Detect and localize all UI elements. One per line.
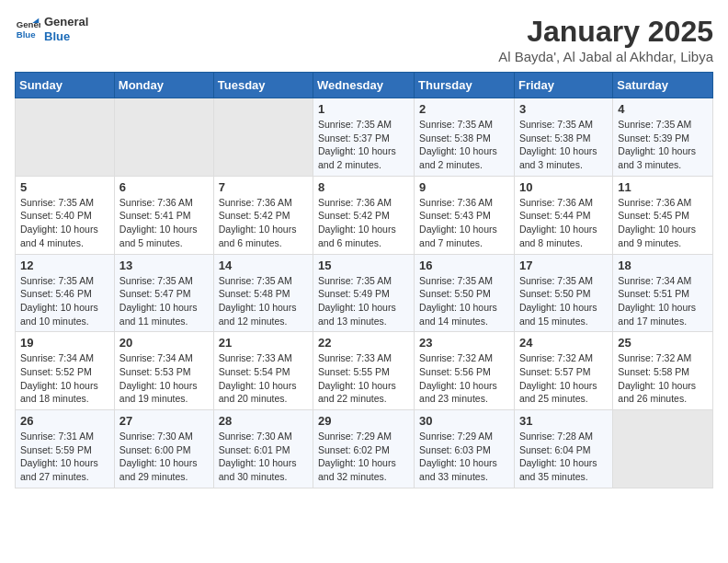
day-cell: 13Sunrise: 7:35 AMSunset: 5:47 PMDayligh… — [114, 254, 213, 332]
day-info: Sunrise: 7:32 AMSunset: 5:58 PMDaylight:… — [618, 351, 708, 406]
day-info: Sunrise: 7:35 AMSunset: 5:47 PMDaylight:… — [119, 274, 209, 328]
day-cell: 15Sunrise: 7:35 AMSunset: 5:49 PMDayligh… — [313, 254, 415, 332]
day-cell — [213, 98, 313, 177]
day-number: 9 — [419, 180, 509, 194]
week-row-2: 5Sunrise: 7:35 AMSunset: 5:40 PMDaylight… — [16, 176, 713, 254]
title-section: January 2025 Al Bayda', Al Jabal al Akhd… — [498, 15, 713, 64]
svg-text:Blue: Blue — [17, 29, 36, 39]
day-number: 31 — [519, 414, 608, 428]
day-cell: 7Sunrise: 7:36 AMSunset: 5:42 PMDaylight… — [213, 176, 313, 254]
header-cell-sunday: Sunday — [16, 73, 115, 98]
day-cell: 14Sunrise: 7:35 AMSunset: 5:48 PMDayligh… — [213, 254, 313, 332]
day-cell: 27Sunrise: 7:30 AMSunset: 6:00 PMDayligh… — [114, 410, 213, 488]
day-info: Sunrise: 7:35 AMSunset: 5:48 PMDaylight:… — [219, 274, 308, 328]
day-cell: 10Sunrise: 7:36 AMSunset: 5:44 PMDayligh… — [514, 176, 612, 254]
day-number: 1 — [318, 102, 409, 116]
day-number: 10 — [519, 180, 608, 194]
day-number: 15 — [318, 259, 409, 272]
day-number: 23 — [419, 336, 509, 350]
header-row: SundayMondayTuesdayWednesdayThursdayFrid… — [16, 73, 713, 98]
day-number: 17 — [519, 259, 608, 272]
day-number: 12 — [20, 259, 109, 272]
day-info: Sunrise: 7:35 AMSunset: 5:37 PMDaylight:… — [318, 118, 409, 172]
header-cell-wednesday: Wednesday — [313, 73, 415, 98]
day-info: Sunrise: 7:35 AMSunset: 5:49 PMDaylight:… — [318, 274, 409, 328]
day-number: 29 — [318, 414, 409, 428]
day-cell: 8Sunrise: 7:36 AMSunset: 5:42 PMDaylight… — [313, 176, 415, 254]
day-info: Sunrise: 7:29 AMSunset: 6:02 PMDaylight:… — [318, 430, 409, 484]
week-row-1: 1Sunrise: 7:35 AMSunset: 5:37 PMDaylight… — [16, 98, 713, 177]
day-cell: 28Sunrise: 7:30 AMSunset: 6:01 PMDayligh… — [213, 410, 313, 488]
day-cell: 24Sunrise: 7:32 AMSunset: 5:57 PMDayligh… — [514, 332, 612, 410]
day-number: 21 — [219, 336, 308, 350]
header-cell-tuesday: Tuesday — [213, 73, 313, 98]
day-info: Sunrise: 7:35 AMSunset: 5:39 PMDaylight:… — [618, 118, 708, 172]
day-info: Sunrise: 7:35 AMSunset: 5:50 PMDaylight:… — [419, 274, 509, 328]
day-number: 13 — [119, 259, 209, 272]
week-row-5: 26Sunrise: 7:31 AMSunset: 5:59 PMDayligh… — [16, 410, 713, 488]
header-cell-friday: Friday — [514, 73, 612, 98]
day-info: Sunrise: 7:35 AMSunset: 5:46 PMDaylight:… — [20, 274, 109, 328]
day-cell: 30Sunrise: 7:29 AMSunset: 6:03 PMDayligh… — [415, 410, 515, 488]
day-cell: 17Sunrise: 7:35 AMSunset: 5:50 PMDayligh… — [514, 254, 612, 332]
day-number: 30 — [419, 414, 509, 428]
day-number: 26 — [20, 414, 109, 428]
day-cell: 31Sunrise: 7:28 AMSunset: 6:04 PMDayligh… — [514, 410, 612, 488]
day-number: 3 — [519, 102, 608, 116]
day-number: 27 — [119, 414, 209, 428]
header-cell-saturday: Saturday — [613, 73, 713, 98]
day-cell: 22Sunrise: 7:33 AMSunset: 5:55 PMDayligh… — [313, 332, 415, 410]
day-info: Sunrise: 7:35 AMSunset: 5:40 PMDaylight:… — [20, 196, 109, 250]
day-cell: 21Sunrise: 7:33 AMSunset: 5:54 PMDayligh… — [213, 332, 313, 410]
day-cell: 20Sunrise: 7:34 AMSunset: 5:53 PMDayligh… — [114, 332, 213, 410]
calendar-table: SundayMondayTuesdayWednesdayThursdayFrid… — [15, 72, 713, 488]
logo-icon: General Blue — [15, 17, 40, 42]
day-number: 5 — [20, 180, 109, 194]
header-cell-thursday: Thursday — [415, 73, 515, 98]
day-cell: 2Sunrise: 7:35 AMSunset: 5:38 PMDaylight… — [415, 98, 515, 177]
day-info: Sunrise: 7:30 AMSunset: 6:00 PMDaylight:… — [119, 430, 209, 484]
day-cell: 11Sunrise: 7:36 AMSunset: 5:45 PMDayligh… — [613, 176, 713, 254]
logo: General Blue General Blue — [15, 15, 88, 43]
day-cell — [114, 98, 213, 177]
day-number: 6 — [119, 180, 209, 194]
day-info: Sunrise: 7:36 AMSunset: 5:43 PMDaylight:… — [419, 196, 509, 250]
day-info: Sunrise: 7:36 AMSunset: 5:42 PMDaylight:… — [219, 196, 308, 250]
day-number: 24 — [519, 336, 608, 350]
day-cell: 4Sunrise: 7:35 AMSunset: 5:39 PMDaylight… — [613, 98, 713, 177]
day-info: Sunrise: 7:32 AMSunset: 5:57 PMDaylight:… — [519, 351, 608, 406]
day-cell: 9Sunrise: 7:36 AMSunset: 5:43 PMDaylight… — [415, 176, 515, 254]
day-info: Sunrise: 7:34 AMSunset: 5:52 PMDaylight:… — [20, 351, 109, 406]
calendar-title: January 2025 — [498, 15, 713, 49]
day-cell: 19Sunrise: 7:34 AMSunset: 5:52 PMDayligh… — [16, 332, 115, 410]
day-number: 8 — [318, 180, 409, 194]
day-cell: 23Sunrise: 7:32 AMSunset: 5:56 PMDayligh… — [415, 332, 515, 410]
calendar-subtitle: Al Bayda', Al Jabal al Akhdar, Libya — [498, 49, 713, 64]
week-row-4: 19Sunrise: 7:34 AMSunset: 5:52 PMDayligh… — [16, 332, 713, 410]
day-number: 14 — [219, 259, 308, 272]
day-info: Sunrise: 7:36 AMSunset: 5:42 PMDaylight:… — [318, 196, 409, 250]
day-cell — [613, 410, 713, 488]
day-cell: 18Sunrise: 7:34 AMSunset: 5:51 PMDayligh… — [613, 254, 713, 332]
day-info: Sunrise: 7:33 AMSunset: 5:54 PMDaylight:… — [219, 351, 308, 406]
day-number: 2 — [419, 102, 509, 116]
day-info: Sunrise: 7:32 AMSunset: 5:56 PMDaylight:… — [419, 351, 509, 406]
day-info: Sunrise: 7:36 AMSunset: 5:45 PMDaylight:… — [618, 196, 708, 250]
day-number: 16 — [419, 259, 509, 272]
day-cell: 12Sunrise: 7:35 AMSunset: 5:46 PMDayligh… — [16, 254, 115, 332]
day-number: 7 — [219, 180, 308, 194]
day-cell: 16Sunrise: 7:35 AMSunset: 5:50 PMDayligh… — [415, 254, 515, 332]
day-info: Sunrise: 7:35 AMSunset: 5:38 PMDaylight:… — [519, 118, 608, 172]
day-cell: 3Sunrise: 7:35 AMSunset: 5:38 PMDaylight… — [514, 98, 612, 177]
day-number: 20 — [119, 336, 209, 350]
header: General Blue General Blue January 2025 A… — [15, 15, 713, 64]
day-info: Sunrise: 7:28 AMSunset: 6:04 PMDaylight:… — [519, 430, 608, 484]
logo-text: General Blue — [44, 15, 88, 43]
day-number: 28 — [219, 414, 308, 428]
day-info: Sunrise: 7:34 AMSunset: 5:53 PMDaylight:… — [119, 351, 209, 406]
day-number: 25 — [618, 336, 708, 350]
day-info: Sunrise: 7:34 AMSunset: 5:51 PMDaylight:… — [618, 274, 708, 328]
week-row-3: 12Sunrise: 7:35 AMSunset: 5:46 PMDayligh… — [16, 254, 713, 332]
day-info: Sunrise: 7:30 AMSunset: 6:01 PMDaylight:… — [219, 430, 308, 484]
day-info: Sunrise: 7:35 AMSunset: 5:50 PMDaylight:… — [519, 274, 608, 328]
